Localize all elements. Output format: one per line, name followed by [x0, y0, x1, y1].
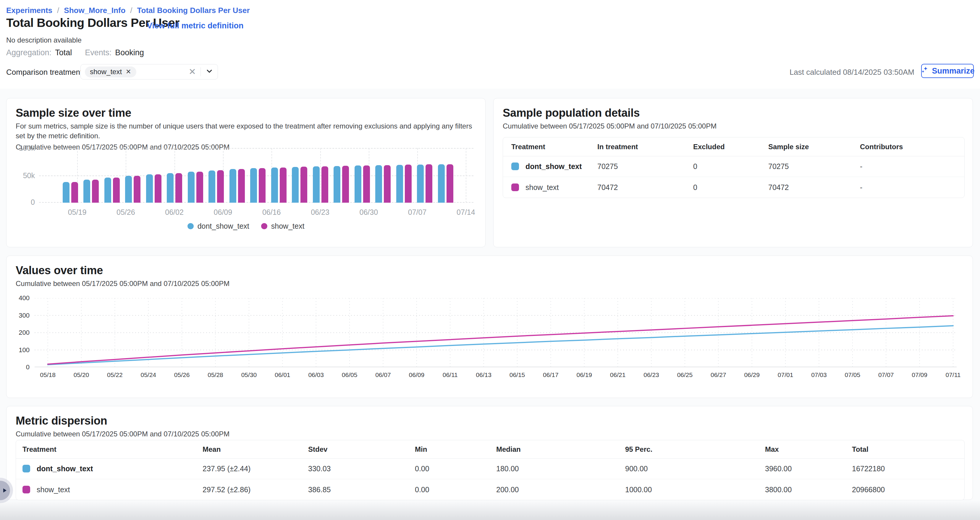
- summarize-button[interactable]: Summarize: [921, 64, 974, 78]
- axis-tick-label: 06/15: [509, 371, 525, 379]
- bar-show-text[interactable]: [384, 165, 391, 203]
- column-header: Excluded: [685, 137, 760, 156]
- bar-dont-show-text[interactable]: [63, 182, 70, 203]
- bar-dont-show-text[interactable]: [208, 170, 215, 203]
- card-title: Sample population details: [503, 106, 963, 120]
- caret-right-icon: [2, 487, 8, 493]
- bar-show-text[interactable]: [71, 182, 78, 203]
- series-line-show_text[interactable]: [48, 316, 953, 364]
- bar-dont-show-text[interactable]: [438, 164, 445, 203]
- table-cell: 386.85: [302, 479, 408, 500]
- bar-show-text[interactable]: [175, 173, 182, 203]
- axis-tick-label: 07/07: [878, 371, 894, 379]
- series-line-dont_show_text[interactable]: [48, 326, 953, 365]
- table-cell: 70275: [760, 156, 852, 177]
- bar-dont-show-text[interactable]: [188, 172, 194, 203]
- bar-dont-show-text[interactable]: [167, 173, 173, 203]
- column-header: 95 Perc.: [619, 440, 759, 458]
- sample-population-table: TreatmentIn treatmentExcludedSample size…: [503, 137, 965, 198]
- select-clear-icon[interactable]: ✕: [189, 67, 196, 76]
- bar-show-text[interactable]: [113, 178, 120, 203]
- axis-tick-label: 50k: [8, 171, 35, 180]
- table-cell: 900.00: [619, 458, 759, 479]
- bar-show-text[interactable]: [321, 166, 328, 203]
- axis-tick-label: 06/16: [262, 208, 281, 217]
- table-cell: -: [852, 177, 964, 198]
- axis-tick-label: 06/05: [342, 371, 358, 379]
- bar-show-text[interactable]: [155, 174, 161, 203]
- legend-item[interactable]: dont_show_text: [188, 222, 249, 230]
- bar-show-text[interactable]: [196, 172, 203, 203]
- sample-size-bar-chart[interactable]: 100k50k0: [39, 148, 473, 203]
- breadcrumb-link[interactable]: Total Booking Dollars Per User: [137, 6, 250, 15]
- column-header: Mean: [196, 440, 302, 458]
- sample-size-card: Sample size over time For sum metrics, s…: [6, 98, 485, 247]
- chevron-down-icon[interactable]: [205, 67, 213, 76]
- bar-dont-show-text[interactable]: [417, 165, 424, 203]
- bar-dont-show-text[interactable]: [375, 165, 382, 203]
- bar-show-text[interactable]: [238, 169, 245, 203]
- table-row: dont_show_text237.95 (±2.44)330.030.0018…: [16, 458, 964, 479]
- legend-item[interactable]: show_text: [261, 222, 305, 230]
- bar-dont-show-text[interactable]: [250, 168, 257, 203]
- aggregation-label: Aggregation:: [6, 48, 51, 57]
- axis-tick-label: 05/20: [74, 371, 89, 379]
- breadcrumb-link[interactable]: Experiments: [6, 6, 52, 15]
- view-metric-definition-link[interactable]: View full metric definition: [147, 21, 244, 30]
- bar-show-text[interactable]: [301, 166, 307, 203]
- gridline: [175, 148, 175, 203]
- treatment-name: show_text: [525, 183, 559, 192]
- bar-dont-show-text[interactable]: [271, 168, 278, 203]
- bar-dont-show-text[interactable]: [125, 176, 132, 203]
- axis-tick-label: 06/27: [711, 371, 726, 379]
- breadcrumb-separator: /: [57, 6, 59, 15]
- bar-dont-show-text[interactable]: [146, 174, 153, 203]
- bar-show-text[interactable]: [342, 166, 349, 203]
- axis-tick-label: 06/29: [744, 371, 760, 379]
- breadcrumb-link[interactable]: Show_More_Info: [64, 6, 126, 15]
- bar-dont-show-text[interactable]: [334, 166, 340, 203]
- axis-tick-label: 07/07: [408, 208, 427, 217]
- bar-dont-show-text[interactable]: [355, 165, 361, 203]
- bar-show-text[interactable]: [92, 180, 99, 203]
- axis-tick-label: 05/28: [208, 371, 223, 379]
- bar-dont-show-text[interactable]: [396, 165, 403, 203]
- axis-tick-label: 05/24: [140, 371, 156, 379]
- bar-show-text[interactable]: [280, 168, 286, 203]
- treatment-chip-label: show_text: [90, 68, 122, 76]
- bar-show-text[interactable]: [134, 176, 140, 203]
- bar-dont-show-text[interactable]: [229, 169, 236, 203]
- values-line-chart[interactable]: [35, 298, 957, 367]
- bar-show-text[interactable]: [405, 165, 412, 203]
- table-cell: 200.00: [490, 479, 619, 500]
- axis-tick-label: 06/21: [610, 371, 626, 379]
- bar-dont-show-text[interactable]: [313, 166, 320, 203]
- chip-remove-icon[interactable]: ✕: [126, 68, 131, 75]
- card-subtitle: Cumulative between 05/17/2025 05:00PM an…: [16, 279, 963, 289]
- table-cell: 297.52 (±2.86): [196, 479, 302, 500]
- treatment-cell: show_text: [16, 479, 196, 500]
- gridline: [39, 148, 473, 149]
- column-header: Min: [408, 440, 490, 458]
- bar-show-text[interactable]: [259, 168, 266, 203]
- bar-dont-show-text[interactable]: [83, 180, 90, 203]
- bar-show-text[interactable]: [426, 164, 432, 203]
- axis-tick-label: 06/03: [308, 371, 324, 379]
- axis-tick-label: 06/09: [409, 371, 425, 379]
- bar-dont-show-text[interactable]: [292, 167, 299, 203]
- column-header: Median: [490, 440, 619, 458]
- axis-tick-label: 06/13: [476, 371, 492, 379]
- sample-population-card: Sample population details Cumulative bet…: [493, 98, 973, 247]
- metric-description: No description available: [6, 36, 82, 44]
- bar-dont-show-text[interactable]: [104, 178, 111, 203]
- legend-label: dont_show_text: [197, 222, 249, 230]
- bar-show-text[interactable]: [447, 164, 453, 203]
- column-header: Total: [845, 440, 964, 458]
- comparison-treatments-label: Comparison treatments: [6, 68, 86, 77]
- treatment-chip[interactable]: show_text ✕: [85, 67, 136, 78]
- bar-show-text[interactable]: [363, 165, 370, 203]
- comparison-treatments-select[interactable]: show_text ✕ ✕: [80, 64, 218, 79]
- bar-show-text[interactable]: [217, 170, 224, 203]
- treatment-color-swatch: [511, 163, 519, 170]
- table-cell: 20966800: [845, 479, 964, 500]
